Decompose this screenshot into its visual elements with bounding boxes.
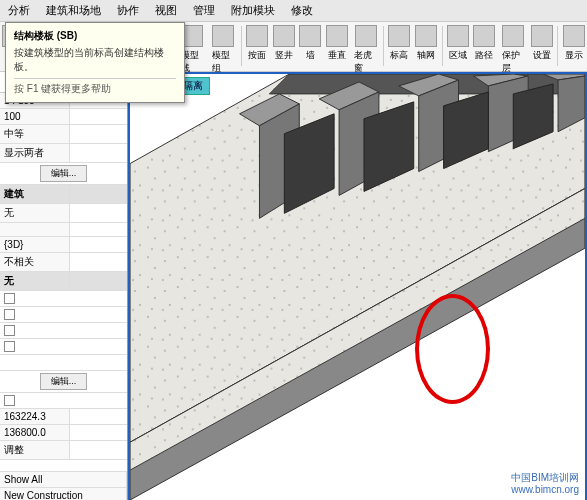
prop-unrelated: 不相关 <box>0 253 70 271</box>
level-icon <box>388 25 410 47</box>
show-icon <box>563 25 585 47</box>
menubar: 分析 建筑和场地 协作 视图 管理 附加模块 修改 <box>0 0 587 22</box>
checkbox-icon <box>4 341 15 352</box>
menu-modify[interactable]: 修改 <box>283 0 321 21</box>
prop-discipline: 建筑 <box>0 185 70 203</box>
menu-site[interactable]: 建筑和场地 <box>38 0 109 21</box>
watermark: 中国BIM培训网 www.bimcn.org <box>511 472 579 496</box>
menu-manage[interactable]: 管理 <box>185 0 223 21</box>
shaft-icon <box>273 25 295 47</box>
ribbon-show[interactable]: 显示 <box>560 24 587 63</box>
menu-collab[interactable]: 协作 <box>109 0 147 21</box>
viewport-3d[interactable]: 临时隐藏/隔离 <box>128 72 587 500</box>
ribbon-separator <box>383 26 384 66</box>
prop-newconstr[interactable]: New Construction <box>0 488 127 500</box>
menu-view[interactable]: 视图 <box>147 0 185 21</box>
ribbon-byface[interactable]: 按面 <box>244 24 271 63</box>
dormer-icon <box>355 25 377 47</box>
menu-addins[interactable]: 附加模块 <box>223 0 283 21</box>
ribbon-level[interactable]: 标高 <box>386 24 413 63</box>
prop-none2: 无 <box>0 272 70 290</box>
ribbon-area[interactable]: 区域 <box>444 24 471 63</box>
ribbon-separator <box>557 26 558 66</box>
grid-icon <box>415 25 437 47</box>
prop-scale100: 100 <box>0 109 70 124</box>
ribbon-cover[interactable]: 保护层 <box>498 24 529 76</box>
prop-3d: {3D} <box>0 237 70 252</box>
prop-volume: 136800.0 <box>0 425 70 440</box>
checkbox-icon <box>4 293 15 304</box>
prop-none: 无 <box>0 204 70 222</box>
ribbon-separator <box>442 26 443 66</box>
prop-adjust: 调整 <box>0 441 70 459</box>
menu-analysis[interactable]: 分析 <box>0 0 38 21</box>
check-row-4[interactable] <box>0 339 127 355</box>
check-row-3[interactable] <box>0 323 127 339</box>
checkbox-icon <box>4 309 15 320</box>
settings-icon <box>531 25 553 47</box>
edit-button-1[interactable]: 编辑... <box>40 165 88 182</box>
ribbon-modelgroup[interactable]: 模型组 <box>208 24 239 76</box>
properties-panel: 编辑类型 1 : 100 100 中等 显示两者 编辑... 建筑 无 {3D}… <box>0 72 128 500</box>
check-row-5[interactable] <box>0 393 127 409</box>
ribbon-path[interactable]: 路径 <box>471 24 498 63</box>
ribbon-separator <box>241 26 242 66</box>
checkbox-icon <box>4 395 15 406</box>
ribbon-shaft[interactable]: 竖井 <box>270 24 297 63</box>
check-row-1[interactable] <box>0 291 127 307</box>
checkbox-icon <box>4 325 15 336</box>
path-icon <box>473 25 495 47</box>
model-3d <box>130 74 585 500</box>
edit-button-2[interactable]: 编辑... <box>40 373 88 390</box>
modelgroup-icon <box>212 25 234 47</box>
tooltip-help: 按 F1 键获得更多帮助 <box>14 78 176 96</box>
prop-showall[interactable]: Show All <box>0 472 127 487</box>
wall-icon <box>299 25 321 47</box>
byface-icon <box>246 25 268 47</box>
ribbon-settings[interactable]: 设置 <box>529 24 556 63</box>
area-icon <box>447 25 469 47</box>
ribbon-grid[interactable]: 轴网 <box>413 24 440 63</box>
vertical-icon <box>326 25 348 47</box>
prop-detail: 中等 <box>0 125 70 143</box>
main-area: 编辑类型 1 : 100 100 中等 显示两者 编辑... 建筑 无 {3D}… <box>0 72 587 500</box>
tooltip: 结构楼板 (SB) 按建筑楼型的当前标高创建结构楼板。 按 F1 键获得更多帮助 <box>5 22 185 103</box>
prop-showboth: 显示两者 <box>0 144 70 162</box>
tooltip-title: 结构楼板 (SB) <box>14 29 176 43</box>
annotation-ellipse <box>415 294 490 404</box>
prop-area: 163224.3 <box>0 409 70 424</box>
ribbon-dormer[interactable]: 老虎窗 <box>350 24 381 76</box>
check-row-2[interactable] <box>0 307 127 323</box>
ribbon-vertical[interactable]: 垂直 <box>324 24 351 63</box>
tooltip-description: 按建筑楼型的当前标高创建结构楼板。 <box>14 46 176 74</box>
ribbon-wall[interactable]: 墙 <box>297 24 324 63</box>
cover-icon <box>502 25 524 47</box>
